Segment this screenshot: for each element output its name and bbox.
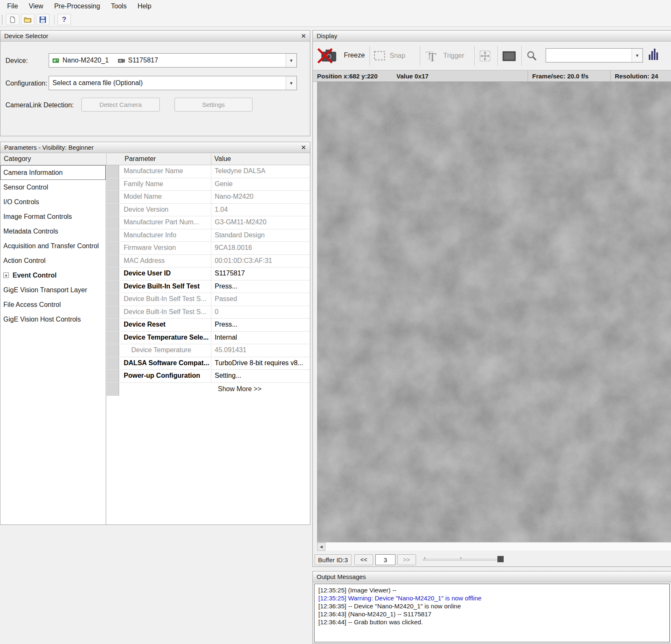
category-item[interactable]: Acquisition and Transfer Control — [0, 239, 106, 253]
category-item[interactable]: Metadata Controls — [0, 224, 106, 239]
parameter-value[interactable]: 1.04 — [211, 204, 310, 216]
help-button[interactable]: ? — [57, 14, 71, 25]
parameter-value[interactable]: 45.091431 — [211, 344, 310, 357]
buffer-next-button[interactable]: >> — [397, 554, 416, 565]
parameter-row[interactable]: Device ResetPress... — [107, 319, 310, 332]
status-position-segment: Position x:682 y:220 Value 0x17 — [313, 70, 528, 81]
parameter-row[interactable]: Firmware Version9CA18.0016 — [107, 242, 310, 255]
parameter-value[interactable]: Standard Design — [211, 229, 310, 242]
row-gutter — [107, 242, 119, 254]
parameter-row[interactable]: Device Built-In Self Test S...Passed — [107, 293, 310, 306]
toolbar-separator — [54, 15, 55, 25]
close-icon[interactable]: ✕ — [301, 33, 306, 39]
parameter-row[interactable]: Device User IDS1175817 — [107, 267, 310, 280]
parameter-value[interactable]: Teledyne DALSA — [211, 165, 310, 178]
parameter-value[interactable]: Press... — [211, 280, 310, 293]
buffer-prev-button[interactable]: << — [354, 554, 373, 565]
category-item[interactable]: Action Control — [0, 253, 106, 268]
parameter-row[interactable]: Device Temperature45.091431 — [107, 344, 310, 357]
parameter-row[interactable]: Manufacturer NameTeledyne DALSA — [107, 165, 310, 178]
zoom-button[interactable] — [526, 50, 537, 61]
status-pixel-value: Value 0x17 — [396, 73, 429, 80]
toolbar-grip[interactable] — [2, 15, 3, 25]
category-item[interactable]: I/O Controls — [0, 195, 106, 209]
category-item[interactable]: +Event Control — [0, 268, 106, 283]
category-item[interactable]: Image Format Controls — [0, 209, 106, 224]
parameter-row[interactable]: Device Temperature Sele...Internal — [107, 332, 310, 345]
menu-item-file[interactable]: File — [2, 1, 23, 12]
menu-item-view[interactable]: View — [23, 1, 49, 12]
device-combo-arrow[interactable]: ▼ — [286, 54, 296, 67]
parameter-value[interactable]: S1175817 — [211, 267, 310, 280]
trigger-button[interactable]: T T Trigger — [424, 48, 464, 63]
buffer-slider-thumb[interactable] — [497, 556, 504, 562]
parameter-value[interactable]: 9CA18.0016 — [211, 242, 310, 254]
expand-plus-icon[interactable]: + — [3, 273, 9, 278]
category-item[interactable]: GigE Vision Host Controls — [0, 312, 106, 327]
configuration-combo-arrow[interactable]: ▼ — [286, 76, 296, 90]
category-item[interactable]: GigE Vision Transport Layer — [0, 283, 106, 297]
menu-item-tools[interactable]: Tools — [106, 1, 132, 12]
image-view-button[interactable] — [502, 51, 516, 61]
menu-item-help[interactable]: Help — [132, 1, 157, 12]
zoom-level-combo[interactable]: ▼ — [546, 48, 643, 62]
parameter-row[interactable]: Power-up ConfigurationSetting... — [107, 370, 310, 383]
save-disk-icon — [39, 16, 46, 23]
parameter-row[interactable]: Manufacturer InfoStandard Design — [107, 229, 310, 242]
output-messages-list[interactable]: [12:35:25] (Image Viewer) --[12:35:25] W… — [314, 584, 670, 642]
snap-button[interactable]: Snap — [374, 50, 405, 61]
row-gutter — [107, 255, 119, 267]
category-item[interactable]: Sensor Control — [0, 180, 106, 195]
parameter-row[interactable]: DALSA Software Compat...TurboDrive 8-bit… — [107, 357, 310, 370]
fit-to-screen-button[interactable] — [479, 50, 491, 62]
menu-item-pre-processing[interactable]: Pre-Processing — [49, 1, 105, 12]
parameter-value[interactable]: G3-GM11-M2420 — [211, 216, 310, 229]
parameter-value[interactable]: Internal — [211, 332, 310, 344]
output-message: [12:36:44] -- Grab button was clicked. — [318, 618, 666, 626]
parameter-row[interactable]: MAC Address00:01:0D:C3:AF:31 — [107, 255, 310, 268]
parameter-name: Firmware Version — [119, 242, 211, 254]
parameter-row[interactable]: Model NameNano-M2420 — [107, 191, 310, 204]
buffer-slider-track[interactable] — [423, 559, 497, 561]
show-more-row: Show More >> — [107, 383, 310, 396]
display-toolbar: Freeze Snap T T Trigger — [313, 42, 671, 70]
configuration-combo[interactable]: Select a camera file (Optional) ▼ — [49, 76, 297, 90]
parameter-row[interactable]: Device Version1.04 — [107, 204, 310, 217]
parameter-name: Device Version — [119, 204, 211, 216]
row-gutter — [107, 332, 119, 344]
freeze-button[interactable]: Freeze — [317, 47, 365, 64]
image-thumbnail-icon — [502, 51, 516, 61]
parameter-value[interactable]: TurboDrive 8-bit requires v8... — [211, 357, 310, 370]
parameter-value[interactable]: Press... — [211, 319, 310, 331]
parameter-value[interactable]: Setting... — [211, 370, 310, 382]
histogram-button[interactable] — [648, 48, 659, 60]
category-item[interactable]: Camera Information — [0, 165, 106, 180]
show-more-link[interactable]: Show More >> — [119, 383, 310, 396]
parameter-row[interactable]: Device Built-In Self TestPress... — [107, 280, 310, 293]
parameter-value[interactable]: 00:01:0D:C3:AF:31 — [211, 255, 310, 267]
camera-image-view[interactable] — [317, 82, 671, 542]
new-file-button[interactable] — [6, 14, 19, 25]
parameter-value[interactable]: Genie — [211, 178, 310, 191]
open-file-button[interactable] — [21, 14, 34, 25]
scroll-left-arrow-icon[interactable]: ◀ — [317, 543, 325, 551]
buffer-id-label: Buffer ID:3 — [315, 554, 351, 565]
settings-button[interactable]: Settings — [174, 98, 252, 112]
detect-camera-button[interactable]: Detect Camera — [81, 98, 160, 112]
parameter-row[interactable]: Family NameGenie — [107, 178, 310, 191]
new-document-icon — [9, 16, 16, 23]
parameter-value[interactable]: Nano-M2420 — [211, 191, 310, 203]
buffer-index-field[interactable]: 3 — [375, 554, 395, 565]
save-file-button[interactable] — [36, 14, 49, 25]
toolbar-separator — [369, 46, 370, 66]
zoom-combo-arrow[interactable]: ▼ — [632, 49, 642, 62]
parameter-row[interactable]: Device Built-In Self Test S...0 — [107, 306, 310, 319]
horizontal-scrollbar[interactable]: ◀ — [317, 542, 671, 551]
close-icon[interactable]: ✕ — [301, 144, 306, 151]
parameter-value[interactable]: Passed — [211, 293, 310, 306]
parameter-name: Device Built-In Self Test S... — [119, 306, 211, 319]
device-combo[interactable]: Nano-M2420_1 S1175817 ▼ — [49, 53, 297, 68]
category-item[interactable]: File Access Control — [0, 297, 106, 312]
parameter-row[interactable]: Manufacturer Part Num...G3-GM11-M2420 — [107, 216, 310, 229]
parameter-value[interactable]: 0 — [211, 306, 310, 319]
